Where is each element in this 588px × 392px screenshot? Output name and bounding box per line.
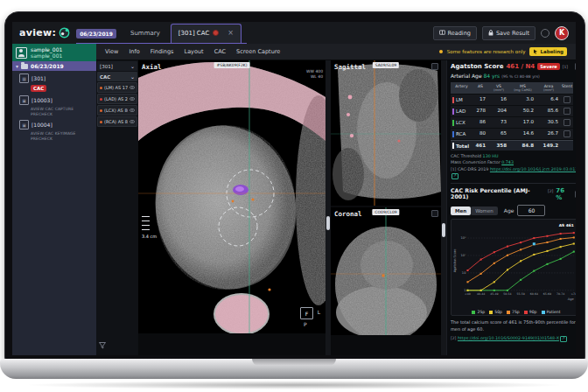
cell-as: 80 [472, 129, 488, 139]
tab-close-icon[interactable]: × [228, 29, 234, 37]
logo-icon [59, 27, 70, 38]
cell-total-stent [561, 140, 573, 150]
menu-info[interactable]: Info [129, 48, 139, 55]
stent-checkbox-lad[interactable] [561, 106, 573, 116]
findings-series-select[interactable]: [301] ⌄ [97, 61, 137, 71]
study-date: 06/23/2019 [31, 63, 64, 69]
study-browser-sidebar: sample_001 sample_001 ▾ 06/23/2019 ▦ [30… [12, 44, 96, 355]
reading-label: Reading [448, 30, 471, 37]
cell-vs: 204 [488, 106, 509, 116]
reading-button[interactable]: Reading [433, 26, 477, 40]
series-item-10004[interactable]: ▣ [10004] AVIEW CAC KEYIMAGE PRECHECK [19, 120, 94, 141]
legend-item: 50p [489, 310, 502, 314]
sagittal-ct-image[interactable] [331, 60, 441, 206]
finding-item-lad[interactable]: (LAD) AS 278 [97, 94, 137, 104]
cell-area: 30.5 [536, 117, 561, 128]
study-date-row[interactable]: ▾ 06/23/2019 [12, 61, 96, 71]
settings-icon[interactable] [541, 29, 550, 38]
chart-legend: 25p50p75p90pPatient [452, 310, 576, 314]
stent-checkbox-lcx[interactable] [561, 117, 573, 128]
menu-bar: View Info Findings Layout CAC Screen Cap… [96, 44, 576, 60]
stent-checkbox-lm[interactable] [561, 94, 573, 105]
finding-item-lcx[interactable]: (LCX) AS 86 [97, 105, 137, 116]
menu-cac[interactable]: CAC [214, 48, 226, 55]
findings-group-cac[interactable]: CAC ⌄ [97, 72, 137, 81]
patient-icon [16, 47, 27, 59]
agatston-title-row: Agatston Score 461 / N4 Severe [1] [451, 63, 576, 70]
series-item-10003[interactable]: ▣ [10003] AVIEW CAC CAPTURE PRECHECK [19, 95, 94, 116]
filter-funnel-icon[interactable] [97, 334, 137, 354]
sagittal-scroll-slider[interactable] [441, 60, 446, 355]
save-result-button[interactable]: Save Result [482, 26, 536, 40]
external-link-icon[interactable]: ↗ [560, 336, 567, 342]
finding-item-lm[interactable]: (LM) AS 17 [97, 82, 137, 93]
finding-label: (RCA) AS 80 [104, 119, 128, 124]
research-note-dot [439, 50, 443, 53]
cell-ms: 50.2 [509, 106, 536, 116]
menu-findings[interactable]: Findings [150, 48, 174, 55]
slider-handle[interactable] [326, 216, 330, 230]
window-level-readout: WW 400WL 40 [306, 69, 323, 80]
cell-as: 278 [472, 106, 488, 116]
sex-toggle: Men Women [451, 206, 498, 215]
chevron-down-icon: ⌄ [130, 63, 135, 69]
series-id: [10003] [32, 97, 52, 103]
patient-item[interactable]: sample_001 sample_001 [12, 44, 96, 61]
orientation-f: F [300, 307, 313, 319]
series-item-301[interactable]: ▦ [301] CAC [19, 74, 94, 92]
menu-view[interactable]: View [105, 48, 118, 55]
percentile-section-checkbox[interactable] [575, 191, 576, 198]
arterial-age-row: Arterial Age 84 yrs (95 % CI 80-88 yrs) [451, 73, 576, 79]
labeling-button[interactable]: Labeling [529, 47, 567, 56]
sagittal-checkbox[interactable] [431, 63, 438, 70]
svg-text:<40: <40 [465, 293, 471, 297]
sagittal-viewport[interactable]: Sagittal SA09/SL09 [331, 60, 441, 206]
menu-screen-capture[interactable]: Screen Capture [236, 48, 280, 55]
status-dot [100, 109, 102, 112]
agatston-section-checkbox[interactable] [575, 63, 576, 70]
tab-date-chip[interactable]: 06/23/2019 [76, 29, 116, 38]
finding-label: (LM) AS 17 [104, 85, 128, 90]
cell-as: 86 [472, 117, 488, 128]
patient-name: sample_001 [31, 52, 62, 59]
app-logo: aview: [12, 22, 76, 44]
coronal-viewport[interactable]: Coronal CO09/CL09 [331, 207, 441, 335]
percentile-reference-link[interactable]: https://doi.org/10.1016/S0002-9149(01)01… [458, 336, 559, 340]
cac-drs-reference-link[interactable]: https://doi.org/10.1016/j.jcct.2019.03.0… [490, 167, 576, 172]
svg-text:70-74: 70-74 [556, 293, 564, 297]
age-input[interactable] [517, 205, 545, 216]
user-avatar[interactable]: K [555, 26, 569, 40]
eye-icon[interactable] [130, 108, 135, 112]
sagittal-series-tag: SA09/SL09 [373, 62, 399, 68]
women-toggle-button[interactable]: Women [471, 206, 498, 215]
cell-area: 85.6 [536, 106, 561, 116]
legend-item: 25p [472, 310, 485, 314]
eye-icon[interactable] [130, 120, 135, 123]
menu-layout[interactable]: Layout [185, 48, 204, 55]
tab-summary[interactable]: Summary [122, 25, 169, 43]
finding-item-rca[interactable]: (RCA) AS 80 [97, 116, 137, 127]
tab-cac-label: [301] CAC [178, 30, 210, 37]
external-link-icon[interactable]: ↗ [452, 173, 458, 179]
eye-icon[interactable] [130, 86, 135, 89]
folder-icon [21, 64, 28, 69]
col-header-artery: Artery [451, 82, 472, 94]
stent-checkbox-rca[interactable] [561, 129, 573, 139]
mass-factor-value[interactable]: 0.743 [501, 160, 514, 164]
men-toggle-button[interactable]: Men [451, 206, 471, 215]
logo-text: aview: [19, 27, 56, 38]
coronal-ct-image[interactable] [331, 207, 441, 335]
tab-cac[interactable]: [301] CAC × [171, 24, 242, 43]
coronal-series-tag: CO09/CL09 [372, 209, 399, 215]
viewport-label-axial: Axial [142, 63, 162, 71]
reading-icon [439, 30, 445, 36]
axial-viewport[interactable]: Axial #SB/AK09(F2K) WW 400WL 40 3.4 cm F… [138, 60, 326, 333]
orientation-marker: F L P [300, 307, 313, 319]
svg-text:45-49: 45-49 [490, 293, 498, 297]
cell-area: 26.7 [536, 129, 561, 139]
axial-ct-image[interactable] [138, 60, 326, 333]
eye-icon[interactable] [130, 97, 135, 101]
cell-total-vs: 358 [488, 140, 509, 150]
slider-handle[interactable] [442, 223, 445, 237]
coronal-checkbox[interactable] [431, 210, 438, 217]
